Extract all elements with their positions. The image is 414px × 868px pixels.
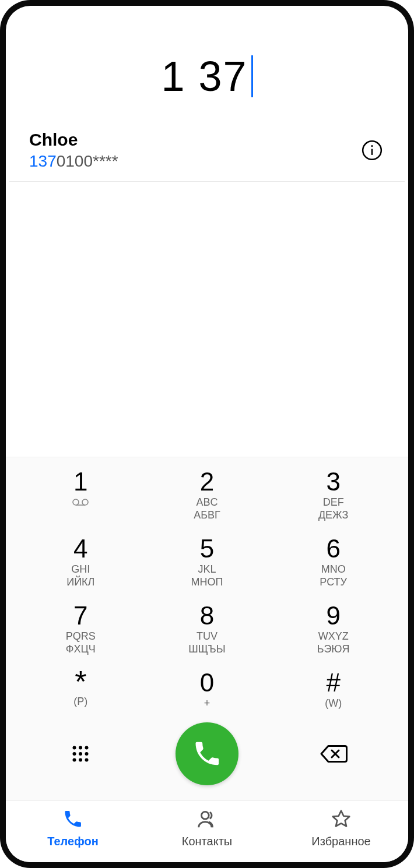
key-letters-latin: PQRS: [17, 630, 144, 643]
keypad-key-hash[interactable]: # (W): [270, 664, 397, 718]
key-letters-cyrillic: ИЙКЛ: [17, 576, 144, 589]
svg-point-14: [85, 758, 89, 762]
key-digit: 9: [270, 603, 397, 629]
keypad-toggle-button[interactable]: [17, 743, 144, 764]
backspace-icon: [320, 743, 348, 764]
phone-device-frame: 1 37 Chloe 1370100****: [0, 0, 414, 868]
keypad-key-0[interactable]: 0 +: [144, 664, 271, 718]
contact-info-button[interactable]: [359, 137, 385, 163]
key-sub: +: [144, 697, 271, 710]
key-letters-cyrillic: МНОП: [144, 576, 271, 589]
dialed-number-text: 1 37: [161, 53, 247, 100]
svg-point-12: [73, 758, 76, 762]
key-digit: 0: [144, 670, 271, 696]
screen: 1 37 Chloe 1370100****: [6, 6, 408, 862]
keypad-key-9[interactable]: 9 WXYZ ЬЭЮЯ: [270, 597, 397, 664]
key-digit: 5: [144, 536, 271, 562]
call-button[interactable]: [176, 722, 238, 785]
backspace-button[interactable]: [270, 743, 397, 764]
svg-point-6: [73, 746, 76, 750]
key-letters-cyrillic: ШЩЪЫ: [144, 643, 271, 656]
svg-point-11: [85, 752, 89, 756]
empty-space: [6, 182, 408, 457]
svg-point-17: [202, 811, 209, 819]
svg-point-7: [79, 746, 82, 750]
keypad-key-7[interactable]: 7 PQRS ФХЦЧ: [17, 597, 144, 664]
bottom-tabs: Телефон Контакты: [6, 800, 408, 862]
svg-point-3: [73, 499, 79, 505]
contact-name: Chloe: [29, 130, 359, 150]
tab-label: Избранное: [274, 835, 408, 848]
keypad-key-3[interactable]: 3 DEF ДЕЖЗ: [270, 463, 397, 530]
key-letters-latin: ABC: [144, 496, 271, 509]
key-letters-latin: DEF: [270, 496, 397, 509]
svg-point-4: [82, 499, 88, 505]
keypad-key-star[interactable]: * (P): [17, 664, 144, 718]
key-digit: #: [270, 670, 397, 696]
tab-phone[interactable]: Телефон: [6, 807, 140, 848]
tab-label: Телефон: [6, 835, 140, 848]
key-digit: 4: [17, 536, 144, 562]
key-letters-latin: WXYZ: [270, 630, 397, 643]
key-letters-cyrillic: АБВГ: [144, 509, 271, 522]
svg-point-13: [79, 758, 82, 762]
key-digit: 6: [270, 536, 397, 562]
text-cursor: [251, 55, 253, 97]
phone-icon: [192, 739, 222, 769]
voicemail-icon: [72, 498, 89, 509]
keypad-action-row: [17, 718, 397, 797]
dialed-number-display[interactable]: 1 37: [6, 41, 408, 130]
contact-number: 1370100****: [29, 152, 359, 171]
contact-suggestion-row[interactable]: Chloe 1370100****: [9, 130, 405, 182]
keypad-key-4[interactable]: 4 GHI ИЙКЛ: [17, 530, 144, 597]
svg-point-2: [371, 145, 373, 147]
star-tab-icon: [331, 809, 352, 830]
contacts-tab-icon: [196, 808, 218, 830]
dialer-top-area: 1 37 Chloe 1370100****: [6, 6, 408, 182]
key-letters-cyrillic: ФХЦЧ: [17, 643, 144, 656]
tab-favorites[interactable]: Избранное: [274, 807, 408, 848]
keypad-key-2[interactable]: 2 ABC АБВГ: [144, 463, 271, 530]
key-letters-latin: MNO: [270, 563, 397, 576]
key-letters-cyrillic: ДЕЖЗ: [270, 509, 397, 522]
key-digit: 1: [17, 469, 144, 495]
keypad-key-5[interactable]: 5 JKL МНОП: [144, 530, 271, 597]
key-letters-latin: TUV: [144, 630, 271, 643]
svg-point-9: [73, 752, 76, 756]
svg-point-8: [85, 746, 89, 750]
keypad-key-6[interactable]: 6 MNO РСТУ: [270, 530, 397, 597]
key-sub: (W): [270, 697, 397, 710]
key-letters-cyrillic: РСТУ: [270, 576, 397, 589]
key-letters-cyrillic: ЬЭЮЯ: [270, 643, 397, 656]
svg-point-10: [79, 752, 82, 756]
key-digit: 2: [144, 469, 271, 495]
key-digit: 7: [17, 603, 144, 629]
key-digit: 8: [144, 603, 271, 629]
info-icon: [361, 139, 383, 161]
contact-suggestion-text: Chloe 1370100****: [29, 130, 359, 171]
key-digit: 3: [270, 469, 397, 495]
contact-number-match: 137: [29, 152, 57, 170]
contact-number-rest: 0100****: [57, 152, 118, 170]
keypad: 1 2 ABC АБВГ 3 DEF ДЕЖЗ 4: [6, 457, 408, 801]
tab-label: Контакты: [140, 835, 274, 848]
key-sub: (P): [17, 695, 144, 708]
key-letters-latin: JKL: [144, 563, 271, 576]
keypad-key-1[interactable]: 1: [17, 463, 144, 530]
dialpad-icon: [70, 743, 91, 764]
keypad-key-8[interactable]: 8 TUV ШЩЪЫ: [144, 597, 271, 664]
tab-contacts[interactable]: Контакты: [140, 807, 274, 848]
phone-tab-icon: [62, 809, 83, 830]
key-digit: *: [17, 670, 144, 694]
key-letters-latin: GHI: [17, 563, 144, 576]
